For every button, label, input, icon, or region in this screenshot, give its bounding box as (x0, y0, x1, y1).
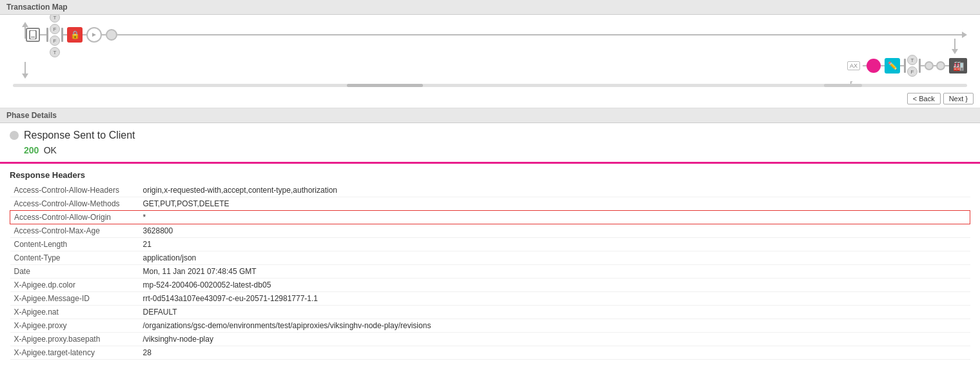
phase-name: Response Sent to Client (24, 130, 135, 141)
right-arrow (962, 32, 967, 38)
header-key: Content-Type (10, 251, 139, 265)
bracket-group-2: T F (904, 55, 921, 77)
pink-node[interactable] (867, 59, 881, 73)
phase-title-row: Response Sent to Client (10, 130, 970, 141)
header-key: Access-Control-Allow-Origin (10, 211, 139, 224)
phase-status-circle (10, 131, 19, 140)
ax-node-container: AX (847, 61, 860, 70)
header-value: /organizations/gsc-demo/environments/tes… (139, 319, 970, 333)
header-key: Content-Length (10, 238, 139, 251)
transaction-map-title: Transaction Map (6, 3, 68, 12)
right-down-arrow (952, 39, 958, 54)
svg-rect-0 (30, 30, 36, 39)
header-key: Access-Control-Allow-Headers (10, 184, 139, 197)
header-value: Mon, 11 Jan 2021 07:48:45 GMT (139, 265, 970, 279)
header-value: origin,x-requested-with,accept,content-t… (139, 184, 970, 197)
header-key: Access-Control-Allow-Methods (10, 197, 139, 211)
small-node-1 (106, 29, 117, 41)
bracket-node-t1: T (50, 15, 60, 23)
header-value: GET,PUT,POST,DELETE (139, 197, 970, 211)
connector (40, 34, 46, 35)
header-key: X-Apigee.Message-ID (10, 292, 139, 306)
scrollbar-container[interactable]: ε (13, 84, 967, 94)
bracket-node-f2: F (50, 35, 60, 46)
header-value: application/json (139, 251, 970, 265)
table-row: Access-Control-Allow-MethodsGET,PUT,POST… (10, 197, 970, 211)
bracket-node-f1: F (50, 24, 60, 34)
table-row: Access-Control-Allow-Origin* (10, 211, 970, 224)
table-row: Content-Length21 (10, 238, 970, 251)
svg-rect-1 (31, 37, 35, 37)
bracket-node-f3: F (907, 66, 917, 77)
table-row: X-Apigee.target-latency28 (10, 346, 970, 360)
nav-buttons: < Back Next } (907, 93, 974, 104)
header-key: Access-Control-Max-Age (10, 224, 139, 238)
header-key: X-Apigee.proxy.basepath (10, 333, 139, 346)
headers-table: Access-Control-Allow-Headersorigin,x-req… (10, 184, 970, 360)
status-code: 200 (24, 145, 39, 155)
status-text: OK (44, 145, 57, 155)
header-key: X-Apigee.dp.color (10, 279, 139, 292)
lock-node[interactable]: 🔒 (67, 27, 83, 43)
status-row: 200 OK (24, 145, 970, 155)
arrow-node-1 (86, 27, 102, 43)
small-dot-2 (936, 61, 945, 70)
next-button[interactable]: Next } (943, 93, 974, 104)
table-row: X-Apigee.proxy.basepath/viksinghv-node-p… (10, 333, 970, 346)
phase-details-content: Response Sent to Client 200 OK (0, 123, 980, 164)
header-value: rrt-0d5143a107ee43097-c-eu-20571-1298177… (139, 292, 970, 306)
table-row: X-Apigee.dp.colormp-524-200406-0020052-l… (10, 279, 970, 292)
ax-node: AX (847, 61, 860, 70)
factory-node: 🏭 (949, 58, 967, 74)
edit-node[interactable]: ✏️ (885, 58, 900, 74)
phase-details-title: Phase Details (6, 111, 57, 120)
table-row: Access-Control-Allow-Headersorigin,x-req… (10, 184, 970, 197)
response-headers-section: Response Headers Access-Control-Allow-He… (0, 164, 980, 366)
header-value: 21 (139, 238, 970, 251)
transaction-map-area: T F F T 🔒 (0, 15, 980, 108)
phase-details-header: Phase Details (0, 108, 980, 123)
bracket-node-t3: T (907, 55, 917, 65)
table-row: X-Apigee.proxy/organizations/gsc-demo/en… (10, 319, 970, 333)
header-value: * (139, 211, 970, 224)
return-section (13, 49, 967, 54)
header-value: DEFAULT (139, 306, 970, 319)
pipeline-bottom-row: AX ✏️ T F (13, 54, 967, 77)
transaction-map-header: Transaction Map (0, 0, 980, 15)
header-key: Date (10, 265, 139, 279)
left-down-indicator (22, 62, 28, 79)
pipeline-top-row: T F F T 🔒 (13, 23, 967, 46)
table-row: Access-Control-Max-Age3628800 (10, 224, 970, 238)
header-key: X-Apigee.proxy (10, 319, 139, 333)
header-value: 3628800 (139, 224, 970, 238)
scrollbar-track[interactable]: ε (13, 84, 967, 87)
back-button[interactable]: < Back (907, 93, 941, 104)
table-row: DateMon, 11 Jan 2021 07:48:45 GMT (10, 265, 970, 279)
svg-marker-2 (92, 33, 96, 37)
header-value: /viksinghv-node-play (139, 333, 970, 346)
header-value: 28 (139, 346, 970, 360)
scrollbar-thumb-2[interactable] (824, 84, 862, 87)
response-headers-title: Response Headers (10, 170, 970, 180)
header-value: mp-524-200406-0020052-latest-db05 (139, 279, 970, 292)
left-up-arrow (22, 22, 28, 39)
table-row: Content-Typeapplication/json (10, 251, 970, 265)
header-key: X-Apigee.target-latency (10, 346, 139, 360)
scrollbar-thumb[interactable] (347, 84, 423, 87)
table-row: X-Apigee.natDEFAULT (10, 306, 970, 319)
pipelines-container: T F F T 🔒 (6, 20, 974, 81)
table-row: X-Apigee.Message-IDrrt-0d5143a107ee43097… (10, 292, 970, 306)
small-dot-1 (925, 61, 934, 70)
header-key: X-Apigee.nat (10, 306, 139, 319)
long-connector (117, 34, 962, 35)
